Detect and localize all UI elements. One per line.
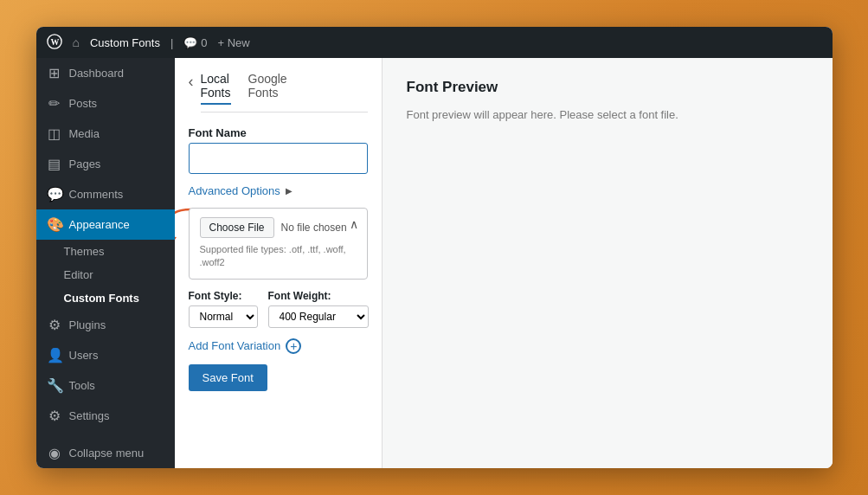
sidebar: ⊞ Dashboard ✏ Posts ◫ Media ▤ Pages 💬 Co…	[36, 58, 175, 468]
topbar-divider: |	[170, 36, 173, 49]
font-style-select[interactable]: Normal Italic Oblique	[189, 305, 258, 328]
app-window: W ⌂ Custom Fonts | 💬 0 + New ⊞ Dashboard…	[36, 27, 833, 468]
advanced-options-toggle[interactable]: Advanced Options ▶	[189, 184, 368, 197]
sidebar-appearance-submenu: Themes Editor Custom Fonts	[36, 240, 175, 310]
content-area: ‹ Local Fonts Google Fonts	[175, 58, 833, 468]
topbar-new-button[interactable]: + New	[218, 36, 250, 49]
save-font-button[interactable]: Save Font	[189, 364, 267, 391]
panel-nav: ‹ Local Fonts Google Fonts	[175, 58, 382, 112]
font-name-input[interactable]	[189, 143, 368, 174]
back-button[interactable]: ‹	[189, 74, 194, 89]
add-variation-link[interactable]: Add Font Variation +	[189, 338, 368, 354]
wordpress-icon: W	[47, 34, 62, 52]
main-layout: ⊞ Dashboard ✏ Posts ◫ Media ▤ Pages 💬 Co…	[36, 58, 833, 468]
font-name-label: Font Name	[189, 126, 368, 139]
sidebar-item-dashboard[interactable]: ⊞ Dashboard	[36, 58, 175, 88]
sidebar-item-tools[interactable]: 🔧 Tools	[36, 370, 175, 401]
file-upload-box: Choose File No file chosen ∧ Supported f…	[189, 208, 368, 280]
tab-row: Local Fonts Google Fonts	[201, 72, 368, 105]
choose-file-button[interactable]: Choose File	[200, 217, 274, 238]
file-upload-row: Choose File No file chosen ∧	[200, 217, 357, 238]
tab-local-fonts[interactable]: Local Fonts	[201, 72, 231, 105]
comment-icon: 💬	[183, 36, 197, 49]
topbar-comments[interactable]: 💬 0	[183, 36, 207, 49]
sidebar-item-posts[interactable]: ✏ Posts	[36, 88, 175, 119]
no-file-text: No file chosen	[281, 222, 347, 234]
sidebar-sub-themes[interactable]: Themes	[36, 240, 175, 263]
add-variation-icon: +	[286, 338, 301, 354]
font-style-group: Font Style: Normal Italic Oblique	[189, 290, 258, 328]
font-weight-group: Font Weight: 100 Thin 200 ExtraLight 300…	[268, 290, 369, 328]
sidebar-item-settings[interactable]: ⚙ Settings	[36, 401, 175, 431]
sidebar-item-pages[interactable]: ▤ Pages	[36, 149, 175, 179]
posts-icon: ✏	[47, 95, 62, 112]
preview-placeholder-text: Font preview will appear here. Please se…	[407, 108, 808, 121]
font-options-row: Font Style: Normal Italic Oblique Font W…	[189, 290, 368, 328]
file-types-text: Supported file types: .otf, .ttf, .woff,…	[200, 243, 357, 270]
appearance-icon: 🎨	[47, 216, 62, 233]
preview-title: Font Preview	[407, 79, 808, 96]
media-icon: ◫	[47, 125, 62, 142]
topbar: W ⌂ Custom Fonts | 💬 0 + New	[36, 27, 833, 58]
settings-icon: ⚙	[47, 408, 62, 424]
pages-icon: ▤	[47, 156, 62, 172]
home-icon[interactable]: ⌂	[73, 35, 80, 49]
sidebar-sub-custom-fonts[interactable]: Custom Fonts	[36, 286, 175, 310]
font-name-group: Font Name	[189, 126, 368, 174]
collapse-upload-button[interactable]: ∧	[350, 217, 358, 231]
sidebar-item-plugins[interactable]: ⚙ Plugins	[36, 310, 175, 340]
tools-icon: 🔧	[47, 377, 62, 394]
topbar-title: Custom Fonts	[90, 36, 160, 49]
font-weight-select[interactable]: 100 Thin 200 ExtraLight 300 Light 400 Re…	[268, 305, 369, 328]
dashboard-icon: ⊞	[47, 65, 62, 81]
collapse-icon: ◉	[47, 445, 62, 461]
users-icon: 👤	[47, 347, 62, 363]
file-upload-wrapper: Choose File No file chosen ∧ Supported f…	[189, 208, 368, 280]
sidebar-sub-editor[interactable]: Editor	[36, 263, 175, 286]
svg-marker-2	[175, 236, 177, 242]
sidebar-item-comments[interactable]: 💬 Comments	[36, 179, 175, 209]
tab-google-fonts[interactable]: Google Fonts	[248, 72, 287, 105]
sidebar-item-media[interactable]: ◫ Media	[36, 119, 175, 149]
right-panel: Font Preview Font preview will appear he…	[383, 58, 833, 468]
font-tabs: Local Fonts Google Fonts	[201, 72, 368, 112]
font-weight-label: Font Weight:	[268, 290, 369, 302]
sidebar-item-appearance[interactable]: 🎨 Appearance	[36, 209, 175, 240]
plugins-icon: ⚙	[47, 317, 62, 333]
sidebar-collapse[interactable]: ◉ Collapse menu	[36, 438, 175, 468]
advanced-options-arrow: ▶	[286, 186, 293, 196]
sidebar-item-users[interactable]: 👤 Users	[36, 340, 175, 370]
font-form: Font Name Advanced Options ▶	[175, 112, 382, 405]
font-style-label: Font Style:	[189, 290, 258, 302]
comments-icon: 💬	[47, 186, 62, 202]
svg-text:W: W	[50, 36, 59, 46]
left-panel: ‹ Local Fonts Google Fonts	[175, 58, 383, 468]
